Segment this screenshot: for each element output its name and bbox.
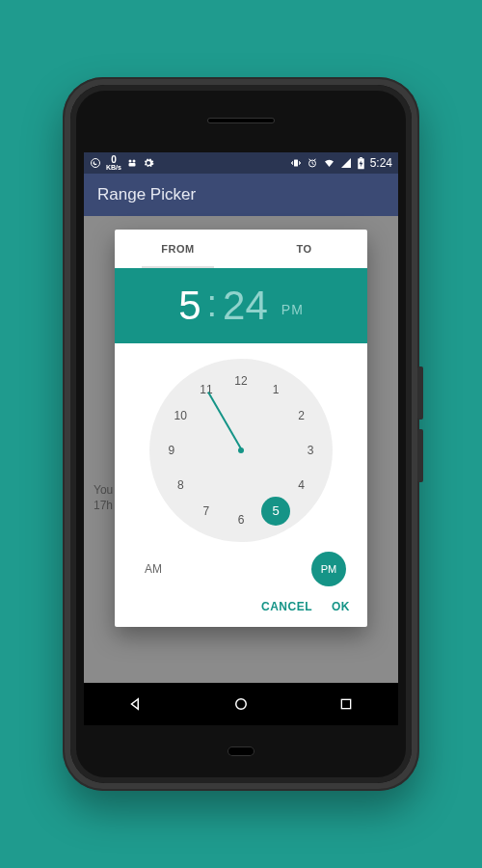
clock-1[interactable]: 1 — [264, 378, 287, 401]
dialog-actions: CANCEL OK — [115, 590, 367, 627]
navigation-bar — [84, 683, 398, 725]
phone-home-slot — [228, 746, 254, 756]
ok-button[interactable]: OK — [332, 600, 350, 613]
tab-from[interactable]: FROM — [115, 230, 241, 268]
clock-4[interactable]: 4 — [290, 474, 313, 497]
clock-3[interactable]: 3 — [299, 439, 322, 462]
time-display: 5 : 24 PM — [115, 268, 367, 343]
nav-recent-icon[interactable] — [336, 694, 356, 714]
clock-11[interactable]: 11 — [195, 378, 218, 401]
time-hour[interactable]: 5 — [178, 283, 201, 329]
svg-rect-7 — [360, 157, 362, 158]
signal-icon — [340, 157, 352, 169]
clock-6[interactable]: 6 — [229, 508, 253, 531]
nav-home-icon[interactable] — [231, 694, 251, 714]
clock-12[interactable]: 12 — [229, 369, 253, 393]
gear-icon — [143, 157, 154, 169]
status-time: 5:24 — [370, 156, 392, 170]
am-toggle[interactable]: AM — [136, 562, 171, 576]
nav-back-icon[interactable] — [126, 694, 146, 714]
time-range-dialog: FROM TO 5 : 24 PM 12 1 2 3 4 6 7 8 — [115, 230, 367, 627]
wifi-icon — [323, 157, 335, 169]
page-title: Range Picker — [97, 185, 196, 204]
clock-selected-5[interactable]: 5 — [261, 497, 290, 526]
clock-center — [238, 448, 244, 453]
clock-9[interactable]: 9 — [160, 439, 183, 462]
alarm-icon — [307, 157, 318, 169]
dialog-tabs: FROM TO — [115, 230, 367, 268]
ampm-row: AM PM — [115, 546, 367, 590]
svg-rect-9 — [341, 699, 350, 708]
phone-frame: 0 KB/s — [63, 77, 419, 791]
tab-to[interactable]: TO — [241, 230, 367, 268]
time-minute[interactable]: 24 — [223, 283, 268, 329]
cyanogen-icon — [126, 157, 138, 169]
svg-point-1 — [128, 160, 131, 163]
whatsapp-icon — [90, 157, 101, 169]
clock-10[interactable]: 10 — [169, 404, 192, 427]
network-speed: 0 KB/s — [106, 155, 121, 171]
pm-toggle[interactable]: PM — [311, 552, 346, 586]
svg-rect-3 — [128, 163, 135, 167]
vibrate-icon — [290, 157, 302, 169]
clock-2[interactable]: 2 — [290, 404, 313, 427]
clock-hand[interactable] — [207, 392, 243, 451]
clock-8[interactable]: 8 — [169, 474, 192, 497]
screen: 0 KB/s — [84, 152, 398, 725]
app-bar: Range Picker — [84, 174, 398, 216]
battery-charging-icon — [357, 157, 365, 170]
status-bar: 0 KB/s — [84, 152, 398, 174]
svg-point-2 — [132, 160, 135, 163]
time-ampm: PM — [281, 302, 304, 317]
svg-point-0 — [92, 159, 100, 168]
phone-speaker — [207, 118, 275, 123]
volume-up-button — [417, 366, 423, 420]
cancel-button[interactable]: CANCEL — [261, 600, 312, 613]
clock-face[interactable]: 12 1 2 3 4 6 7 8 9 10 11 5 — [149, 359, 333, 542]
volume-down-button — [417, 429, 423, 482]
clock-7[interactable]: 7 — [195, 500, 218, 523]
svg-point-8 — [236, 699, 247, 710]
time-colon: : — [207, 284, 218, 325]
svg-rect-4 — [294, 160, 298, 167]
